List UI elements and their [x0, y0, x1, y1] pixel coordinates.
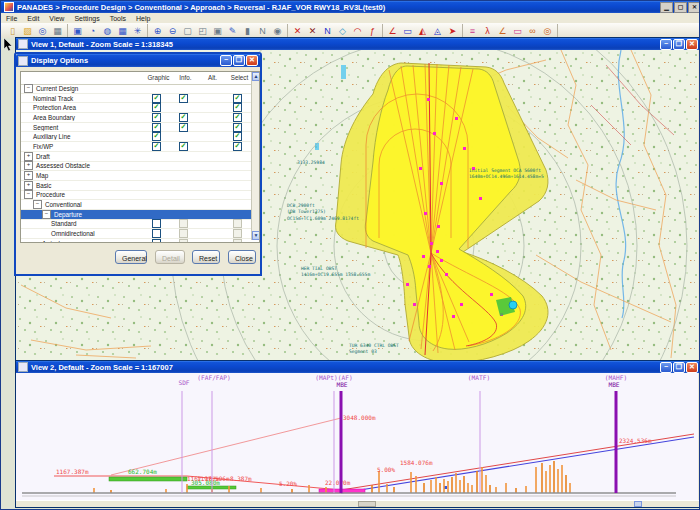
- menu-file[interactable]: File: [1, 15, 22, 22]
- collapse-icon[interactable]: −: [24, 190, 33, 199]
- checkbox-graphic[interactable]: ✓: [152, 113, 161, 122]
- maximize-button[interactable]: ▢: [674, 2, 687, 13]
- view1-title-bar[interactable]: View 1, Default - Zoom Scale = 1:318345 …: [16, 38, 700, 50]
- display-options-row-map[interactable]: +Map: [21, 171, 251, 181]
- globe-icon[interactable]: ◍: [100, 24, 115, 38]
- track-n-icon[interactable]: N: [320, 24, 335, 38]
- menu-edit[interactable]: Edit: [22, 15, 44, 22]
- collapse-icon[interactable]: −: [33, 200, 42, 209]
- view2-maximize-button[interactable]: ❐: [673, 362, 685, 373]
- expand-icon[interactable]: +: [24, 152, 33, 161]
- dialog-minimize-button[interactable]: −: [220, 55, 232, 66]
- display-options-row-conventional[interactable]: −Conventional: [21, 200, 251, 210]
- print-icon[interactable]: ▦: [50, 24, 65, 38]
- extent-tool-icon[interactable]: ◉: [270, 24, 285, 38]
- arrow-tool-icon[interactable]: ➤: [445, 24, 460, 38]
- expand-icon[interactable]: +: [24, 161, 33, 170]
- pause-tool-icon[interactable]: ▮: [240, 24, 255, 38]
- close-button[interactable]: ✕: [688, 2, 700, 13]
- dialog-title-bar[interactable]: Display Options − ❐ ✕: [16, 54, 260, 67]
- display-options-row-basic[interactable]: +Basic: [21, 181, 251, 191]
- checkbox-info[interactable]: ✓: [179, 123, 188, 132]
- dialog-close-button[interactable]: ✕: [246, 55, 258, 66]
- ruler-tool-icon[interactable]: ≡: [465, 24, 480, 38]
- collapse-icon[interactable]: −: [24, 84, 33, 93]
- zoom-image-icon[interactable]: ▣: [210, 24, 225, 38]
- checkbox-select[interactable]: ✓: [233, 94, 242, 103]
- view1-minimize-button[interactable]: −: [660, 39, 672, 50]
- circles-tool-icon[interactable]: ◎: [540, 24, 555, 38]
- checkbox-select[interactable]: ✓: [233, 113, 242, 122]
- display-options-row-procedure[interactable]: −Procedure: [21, 191, 251, 201]
- view2-close-button[interactable]: ✕: [686, 362, 698, 373]
- delete-track-icon[interactable]: ✕: [305, 24, 320, 38]
- display-options-row-protection-area[interactable]: Protection Area✓✓: [21, 103, 251, 113]
- display-options-row-current-design[interactable]: −Current Design: [21, 84, 251, 94]
- scroll-button[interactable]: [634, 501, 642, 507]
- display-options-row-draft[interactable]: +Draft: [21, 152, 251, 162]
- compass-icon[interactable]: ◔: [85, 24, 100, 38]
- grid-icon[interactable]: ▦: [115, 24, 130, 38]
- display-options-row-area-boundary[interactable]: Area Boundary✓✓✓: [21, 113, 251, 123]
- view1-close-button[interactable]: ✕: [686, 39, 698, 50]
- checkbox-graphic[interactable]: [152, 229, 161, 238]
- pen-tool-icon[interactable]: ✎: [225, 24, 240, 38]
- detail-button[interactable]: Detail: [155, 250, 185, 264]
- close-dialog-button[interactable]: Close: [228, 250, 256, 264]
- zoom-box-icon[interactable]: ▢: [180, 24, 195, 38]
- angle-tool-icon[interactable]: ∠: [385, 24, 400, 38]
- general-button[interactable]: General: [115, 250, 147, 264]
- view1-maximize-button[interactable]: ❐: [673, 39, 685, 50]
- arc-tool-icon[interactable]: ◠: [350, 24, 365, 38]
- checkbox-select[interactable]: ✓: [233, 103, 242, 112]
- angle2-tool-icon[interactable]: ∠: [495, 24, 510, 38]
- find-icon[interactable]: ◎: [35, 24, 50, 38]
- display-options-row-omnidirectional[interactable]: Omnidirectional: [21, 229, 251, 239]
- checkbox-graphic[interactable]: [152, 239, 161, 243]
- new-file-icon[interactable]: ▯: [5, 24, 20, 38]
- checkbox-select[interactable]: ✓: [233, 132, 242, 141]
- menu-view[interactable]: View: [44, 15, 69, 22]
- checkbox-graphic[interactable]: ✓: [152, 123, 161, 132]
- rect-tool-icon[interactable]: ▭: [400, 24, 415, 38]
- expand-icon[interactable]: +: [24, 181, 33, 190]
- dialog-scrollbar[interactable]: ▲ ▼: [251, 72, 260, 240]
- display-options-row-standard[interactable]: Standard: [21, 220, 251, 230]
- rings-tool-icon[interactable]: ∞: [525, 24, 540, 38]
- minimize-button[interactable]: ▁: [660, 2, 673, 13]
- view2-minimize-button[interactable]: −: [660, 362, 672, 373]
- delete-point-icon[interactable]: ✕: [290, 24, 305, 38]
- checkbox-select[interactable]: ✓: [233, 142, 242, 151]
- open-file-icon[interactable]: ▨: [20, 24, 35, 38]
- checkbox-select[interactable]: ✓: [233, 123, 242, 132]
- menu-settings[interactable]: Settings: [69, 15, 104, 22]
- menu-help[interactable]: Help: [131, 15, 155, 22]
- collapse-icon[interactable]: −: [42, 210, 51, 219]
- display-options-row-segment[interactable]: Segment✓✓✓: [21, 123, 251, 133]
- table-tool-icon[interactable]: ▭: [510, 24, 525, 38]
- zoom-previous-icon[interactable]: ◰: [195, 24, 210, 38]
- function-tool-icon[interactable]: ƒ: [365, 24, 380, 38]
- north-tool-icon[interactable]: N: [255, 24, 270, 38]
- display-options-row-fix-wp[interactable]: Fix/WP✓✓✓: [21, 142, 251, 152]
- checkbox-info[interactable]: ✓: [179, 94, 188, 103]
- checkbox-info[interactable]: ✓: [179, 142, 188, 151]
- diamond-tool-icon[interactable]: ◇: [335, 24, 350, 38]
- settings-tool-icon[interactable]: ✳: [130, 24, 145, 38]
- checkbox-graphic[interactable]: ✓: [152, 103, 161, 112]
- dialog-maximize-button[interactable]: ❐: [233, 55, 245, 66]
- checkbox-graphic[interactable]: ✓: [152, 142, 161, 151]
- triangle-alt-tool-icon[interactable]: ◬: [430, 24, 445, 38]
- checkbox-graphic[interactable]: ✓: [152, 94, 161, 103]
- display-options-row-assessed-obstacle[interactable]: +Assessed Obstacle: [21, 162, 251, 172]
- expand-icon[interactable]: +: [24, 171, 33, 180]
- triangle-up-tool-icon[interactable]: ◭: [415, 24, 430, 38]
- scroll-thumb[interactable]: [358, 501, 376, 507]
- view2-scroll-strip[interactable]: [16, 500, 700, 506]
- checkbox-graphic[interactable]: [152, 219, 161, 228]
- display-options-row-departure[interactable]: −Departure: [21, 210, 251, 220]
- display-options-row-auxiliary-line[interactable]: Auxiliary Line✓✓: [21, 132, 251, 142]
- menu-tools[interactable]: Tools: [105, 15, 131, 22]
- profile-canvas[interactable]: 1167.387m 662.704m 1167.187m 1197.596m 8…: [16, 373, 698, 500]
- layout-window-icon[interactable]: ▣: [70, 24, 85, 38]
